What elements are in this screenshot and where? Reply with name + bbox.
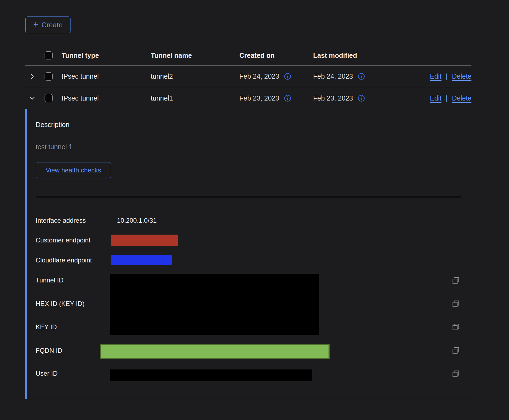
tunnels-table: Tunnel type Tunnel name Created on Last … — [25, 45, 471, 399]
table-row: IPsec tunnel tunnel1 Feb 23, 2023 Feb 23… — [25, 87, 471, 109]
table-header-row: Tunnel type Tunnel name Created on Last … — [25, 45, 471, 66]
last-modified-value: Feb 24, 2023 — [313, 72, 353, 80]
delete-link[interactable]: Delete — [452, 94, 471, 102]
info-icon[interactable] — [284, 95, 291, 102]
info-icon[interactable] — [358, 73, 365, 80]
tunnel-ids-redaction — [110, 274, 319, 335]
cloudflare-endpoint-label: Cloudflare endpoint — [36, 256, 92, 264]
tunnel-type-value: IPsec tunnel — [62, 94, 151, 102]
create-button-label: Create — [42, 21, 63, 29]
header-created-on: Created on — [239, 52, 313, 59]
chevron-right-icon[interactable] — [29, 73, 36, 80]
tunnel-name-value: tunnel2 — [151, 72, 239, 80]
tunnel-name-value: tunnel1 — [151, 94, 239, 102]
description-value: test tunnel 1 — [36, 143, 72, 151]
interface-address-value: 10.200.1.0/31 — [117, 216, 157, 225]
header-checkbox-cell — [45, 51, 62, 59]
plus-icon: + — [33, 20, 38, 29]
copy-tunnel-id-icon[interactable] — [451, 276, 460, 285]
tunnel-id-label: Tunnel ID — [36, 276, 63, 284]
user-id-label: User ID — [36, 369, 58, 378]
fqdn-id-label: FQDN ID — [36, 346, 62, 355]
fqdn-id-redaction — [100, 344, 330, 359]
header-tunnel-type: Tunnel type — [62, 52, 151, 59]
key-id-label: KEY ID — [36, 323, 57, 331]
select-row-checkbox[interactable] — [45, 94, 53, 102]
tunnel-type-value: IPsec tunnel — [62, 72, 151, 80]
select-all-checkbox[interactable] — [45, 51, 53, 59]
chevron-down-icon[interactable] — [29, 95, 36, 102]
create-button[interactable]: + Create — [25, 16, 71, 33]
cloudflare-endpoint-redaction — [111, 255, 172, 265]
header-last-modified: Last modified — [313, 52, 389, 59]
info-icon[interactable] — [358, 95, 365, 102]
description-label: Description — [36, 121, 69, 129]
hex-id-label: HEX ID (KEY ID) — [36, 300, 85, 308]
copy-key-id-icon[interactable] — [451, 322, 460, 332]
tunnels-page: + Create Tunnel type Tunnel name Created… — [0, 0, 509, 399]
select-row-checkbox[interactable] — [45, 72, 53, 81]
copy-user-id-icon[interactable] — [451, 369, 460, 378]
copy-hex-id-icon[interactable] — [451, 299, 460, 308]
created-on-value: Feb 24, 2023 — [239, 72, 279, 80]
user-id-redaction — [110, 369, 312, 381]
customer-endpoint-label: Customer endpoint — [36, 236, 91, 244]
copy-fqdn-id-icon[interactable] — [451, 346, 460, 355]
header-tunnel-name: Tunnel name — [151, 52, 239, 59]
edit-link[interactable]: Edit — [430, 94, 441, 102]
delete-link[interactable]: Delete — [452, 72, 471, 80]
customer-endpoint-redaction — [111, 235, 178, 246]
table-row: IPsec tunnel tunnel2 Feb 24, 2023 Feb 24… — [25, 66, 471, 87]
action-separator: | — [446, 94, 448, 102]
interface-address-label: Interface address — [36, 216, 86, 225]
tunnel-details-panel: Description test tunnel 1 View health ch… — [25, 109, 471, 399]
info-icon[interactable] — [284, 73, 291, 80]
edit-link[interactable]: Edit — [430, 72, 441, 80]
section-divider — [36, 197, 461, 197]
last-modified-value: Feb 23, 2023 — [313, 94, 353, 102]
action-separator: | — [446, 72, 448, 80]
created-on-value: Feb 23, 2023 — [239, 94, 279, 102]
view-health-checks-button[interactable]: View health checks — [36, 162, 111, 178]
